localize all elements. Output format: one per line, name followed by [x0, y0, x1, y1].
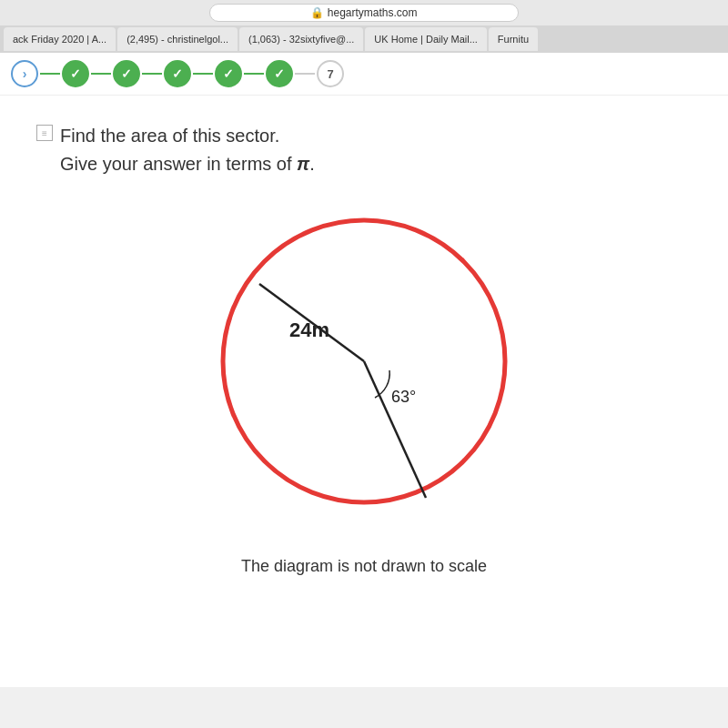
diagram-footnote: The diagram is not drawn to scale — [36, 557, 692, 576]
step-circle-2[interactable]: ✓ — [62, 60, 89, 87]
step-circle-3[interactable]: ✓ — [113, 60, 140, 87]
step-connector-3 — [142, 73, 162, 75]
step-4[interactable]: ✓ — [164, 60, 191, 87]
radius-label: 24m — [289, 318, 329, 341]
angle-label: 63° — [391, 388, 416, 406]
step-circle-5[interactable]: ✓ — [215, 60, 242, 87]
step-circle-1[interactable]: › — [11, 60, 38, 87]
step-circle-4[interactable]: ✓ — [164, 60, 191, 87]
check-icon-5: ✓ — [223, 66, 234, 81]
step-1[interactable]: › — [11, 60, 38, 87]
tab-4[interactable]: UK Home | Daily Mail... — [365, 27, 487, 51]
step-navigation: › ✓ ✓ ✓ ✓ ✓ 7 — [0, 53, 728, 96]
check-icon-3: ✓ — [121, 66, 132, 81]
tab-5[interactable]: Furnitu — [489, 27, 538, 51]
tabs-bar: ack Friday 2020 | A... (2,495) - christi… — [0, 25, 728, 53]
step-3[interactable]: ✓ — [113, 60, 140, 87]
step-2[interactable]: ✓ — [62, 60, 89, 87]
check-icon-4: ✓ — [172, 66, 183, 81]
step-circle-6[interactable]: ✓ — [266, 60, 293, 87]
step-5[interactable]: ✓ — [215, 60, 242, 87]
question-icon: ≡ — [36, 125, 53, 141]
question-line1: Find the area of this sector. — [60, 123, 279, 148]
tab-1[interactable]: ack Friday 2020 | A... — [4, 27, 116, 51]
step-6[interactable]: ✓ — [266, 60, 293, 87]
pi-symbol: π — [297, 154, 309, 174]
check-icon-6: ✓ — [274, 66, 285, 81]
browser-chrome: 🔒 hegartymaths.com ack Friday 2020 | A..… — [0, 0, 728, 53]
tab-2[interactable]: (2,495) - christinelgol... — [117, 27, 238, 51]
step-connector-1 — [40, 73, 60, 75]
step-connector-4 — [193, 73, 213, 75]
step-circle-7[interactable]: 7 — [317, 60, 344, 87]
question-header: ≡ Find the area of this sector. — [36, 123, 692, 148]
main-content: ≡ Find the area of this sector. Give you… — [0, 96, 728, 687]
step-label-7: 7 — [327, 67, 333, 81]
step-7[interactable]: 7 — [317, 60, 344, 87]
step-connector-5 — [244, 73, 264, 75]
address-input[interactable]: 🔒 hegartymaths.com — [209, 4, 519, 22]
tab-3[interactable]: (1,063) - 32sixtyfive@... — [239, 27, 363, 51]
step-connector-6 — [295, 73, 315, 75]
chevron-icon: › — [23, 66, 27, 81]
address-bar[interactable]: 🔒 hegartymaths.com — [0, 0, 728, 25]
diagram-svg: 24m 63° — [173, 193, 555, 539]
question-line2: Give your answer in terms of π. — [60, 154, 692, 175]
step-connector-2 — [91, 73, 111, 75]
check-icon-2: ✓ — [70, 66, 81, 81]
diagram-container: 24m 63° — [36, 193, 692, 539]
